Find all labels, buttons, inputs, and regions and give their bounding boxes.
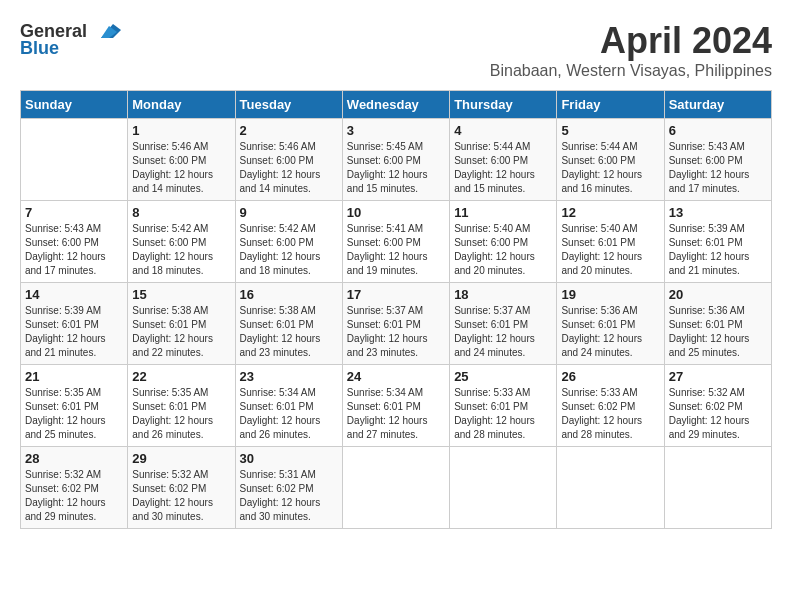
calendar-cell: 18Sunrise: 5:37 AM Sunset: 6:01 PM Dayli… [450,283,557,365]
day-number: 26 [561,369,659,384]
calendar-cell: 26Sunrise: 5:33 AM Sunset: 6:02 PM Dayli… [557,365,664,447]
day-number: 23 [240,369,338,384]
calendar-cell: 28Sunrise: 5:32 AM Sunset: 6:02 PM Dayli… [21,447,128,529]
day-number: 16 [240,287,338,302]
day-info: Sunrise: 5:43 AM Sunset: 6:00 PM Dayligh… [25,222,123,278]
day-info: Sunrise: 5:38 AM Sunset: 6:01 PM Dayligh… [240,304,338,360]
calendar-cell: 11Sunrise: 5:40 AM Sunset: 6:00 PM Dayli… [450,201,557,283]
calendar-cell: 7Sunrise: 5:43 AM Sunset: 6:00 PM Daylig… [21,201,128,283]
day-number: 8 [132,205,230,220]
day-info: Sunrise: 5:42 AM Sunset: 6:00 PM Dayligh… [132,222,230,278]
day-number: 1 [132,123,230,138]
calendar-cell: 10Sunrise: 5:41 AM Sunset: 6:00 PM Dayli… [342,201,449,283]
day-info: Sunrise: 5:38 AM Sunset: 6:01 PM Dayligh… [132,304,230,360]
day-number: 15 [132,287,230,302]
day-info: Sunrise: 5:32 AM Sunset: 6:02 PM Dayligh… [669,386,767,442]
calendar-cell: 16Sunrise: 5:38 AM Sunset: 6:01 PM Dayli… [235,283,342,365]
month-year: April 2024 [490,20,772,62]
calendar-cell: 30Sunrise: 5:31 AM Sunset: 6:02 PM Dayli… [235,447,342,529]
calendar-cell: 14Sunrise: 5:39 AM Sunset: 6:01 PM Dayli… [21,283,128,365]
day-info: Sunrise: 5:34 AM Sunset: 6:01 PM Dayligh… [240,386,338,442]
calendar-cell [664,447,771,529]
day-header-sunday: Sunday [21,91,128,119]
day-number: 17 [347,287,445,302]
day-info: Sunrise: 5:43 AM Sunset: 6:00 PM Dayligh… [669,140,767,196]
day-info: Sunrise: 5:35 AM Sunset: 6:01 PM Dayligh… [25,386,123,442]
logo-blue: Blue [20,38,59,59]
day-number: 10 [347,205,445,220]
calendar-cell: 8Sunrise: 5:42 AM Sunset: 6:00 PM Daylig… [128,201,235,283]
day-info: Sunrise: 5:32 AM Sunset: 6:02 PM Dayligh… [25,468,123,524]
calendar-cell: 9Sunrise: 5:42 AM Sunset: 6:00 PM Daylig… [235,201,342,283]
day-number: 12 [561,205,659,220]
day-info: Sunrise: 5:42 AM Sunset: 6:00 PM Dayligh… [240,222,338,278]
location: Binabaan, Western Visayas, Philippines [490,62,772,80]
calendar-cell: 25Sunrise: 5:33 AM Sunset: 6:01 PM Dayli… [450,365,557,447]
calendar-cell: 6Sunrise: 5:43 AM Sunset: 6:00 PM Daylig… [664,119,771,201]
calendar-cell: 2Sunrise: 5:46 AM Sunset: 6:00 PM Daylig… [235,119,342,201]
day-number: 14 [25,287,123,302]
day-number: 20 [669,287,767,302]
day-header-thursday: Thursday [450,91,557,119]
day-info: Sunrise: 5:37 AM Sunset: 6:01 PM Dayligh… [454,304,552,360]
calendar-cell [450,447,557,529]
day-info: Sunrise: 5:41 AM Sunset: 6:00 PM Dayligh… [347,222,445,278]
day-number: 27 [669,369,767,384]
calendar-cell: 24Sunrise: 5:34 AM Sunset: 6:01 PM Dayli… [342,365,449,447]
calendar-cell: 29Sunrise: 5:32 AM Sunset: 6:02 PM Dayli… [128,447,235,529]
day-number: 22 [132,369,230,384]
calendar-cell: 13Sunrise: 5:39 AM Sunset: 6:01 PM Dayli… [664,201,771,283]
day-number: 13 [669,205,767,220]
day-number: 5 [561,123,659,138]
day-info: Sunrise: 5:39 AM Sunset: 6:01 PM Dayligh… [25,304,123,360]
day-number: 25 [454,369,552,384]
calendar-cell: 19Sunrise: 5:36 AM Sunset: 6:01 PM Dayli… [557,283,664,365]
day-number: 28 [25,451,123,466]
day-info: Sunrise: 5:35 AM Sunset: 6:01 PM Dayligh… [132,386,230,442]
calendar-cell: 15Sunrise: 5:38 AM Sunset: 6:01 PM Dayli… [128,283,235,365]
title-area: April 2024 Binabaan, Western Visayas, Ph… [490,20,772,80]
day-header-monday: Monday [128,91,235,119]
day-info: Sunrise: 5:45 AM Sunset: 6:00 PM Dayligh… [347,140,445,196]
day-info: Sunrise: 5:44 AM Sunset: 6:00 PM Dayligh… [454,140,552,196]
day-number: 30 [240,451,338,466]
calendar-cell: 22Sunrise: 5:35 AM Sunset: 6:01 PM Dayli… [128,365,235,447]
day-number: 29 [132,451,230,466]
day-info: Sunrise: 5:40 AM Sunset: 6:01 PM Dayligh… [561,222,659,278]
day-number: 4 [454,123,552,138]
day-info: Sunrise: 5:34 AM Sunset: 6:01 PM Dayligh… [347,386,445,442]
day-info: Sunrise: 5:36 AM Sunset: 6:01 PM Dayligh… [669,304,767,360]
day-info: Sunrise: 5:33 AM Sunset: 6:02 PM Dayligh… [561,386,659,442]
day-number: 2 [240,123,338,138]
day-info: Sunrise: 5:32 AM Sunset: 6:02 PM Dayligh… [132,468,230,524]
day-number: 19 [561,287,659,302]
day-info: Sunrise: 5:39 AM Sunset: 6:01 PM Dayligh… [669,222,767,278]
day-info: Sunrise: 5:46 AM Sunset: 6:00 PM Dayligh… [240,140,338,196]
calendar-cell: 12Sunrise: 5:40 AM Sunset: 6:01 PM Dayli… [557,201,664,283]
calendar-cell [21,119,128,201]
calendar-cell [342,447,449,529]
day-info: Sunrise: 5:36 AM Sunset: 6:01 PM Dayligh… [561,304,659,360]
calendar-cell: 5Sunrise: 5:44 AM Sunset: 6:00 PM Daylig… [557,119,664,201]
day-number: 18 [454,287,552,302]
header: General Blue April 2024 Binabaan, Wester… [20,20,772,80]
day-header-friday: Friday [557,91,664,119]
calendar-cell: 3Sunrise: 5:45 AM Sunset: 6:00 PM Daylig… [342,119,449,201]
calendar-cell [557,447,664,529]
day-header-tuesday: Tuesday [235,91,342,119]
day-number: 6 [669,123,767,138]
day-header-wednesday: Wednesday [342,91,449,119]
day-info: Sunrise: 5:33 AM Sunset: 6:01 PM Dayligh… [454,386,552,442]
calendar-cell: 17Sunrise: 5:37 AM Sunset: 6:01 PM Dayli… [342,283,449,365]
calendar-cell: 21Sunrise: 5:35 AM Sunset: 6:01 PM Dayli… [21,365,128,447]
day-number: 3 [347,123,445,138]
calendar-cell: 27Sunrise: 5:32 AM Sunset: 6:02 PM Dayli… [664,365,771,447]
day-info: Sunrise: 5:31 AM Sunset: 6:02 PM Dayligh… [240,468,338,524]
calendar-cell: 23Sunrise: 5:34 AM Sunset: 6:01 PM Dayli… [235,365,342,447]
calendar-cell: 20Sunrise: 5:36 AM Sunset: 6:01 PM Dayli… [664,283,771,365]
logo-icon [91,20,121,42]
logo: General Blue [20,20,121,59]
day-number: 24 [347,369,445,384]
calendar-cell: 1Sunrise: 5:46 AM Sunset: 6:00 PM Daylig… [128,119,235,201]
day-info: Sunrise: 5:37 AM Sunset: 6:01 PM Dayligh… [347,304,445,360]
